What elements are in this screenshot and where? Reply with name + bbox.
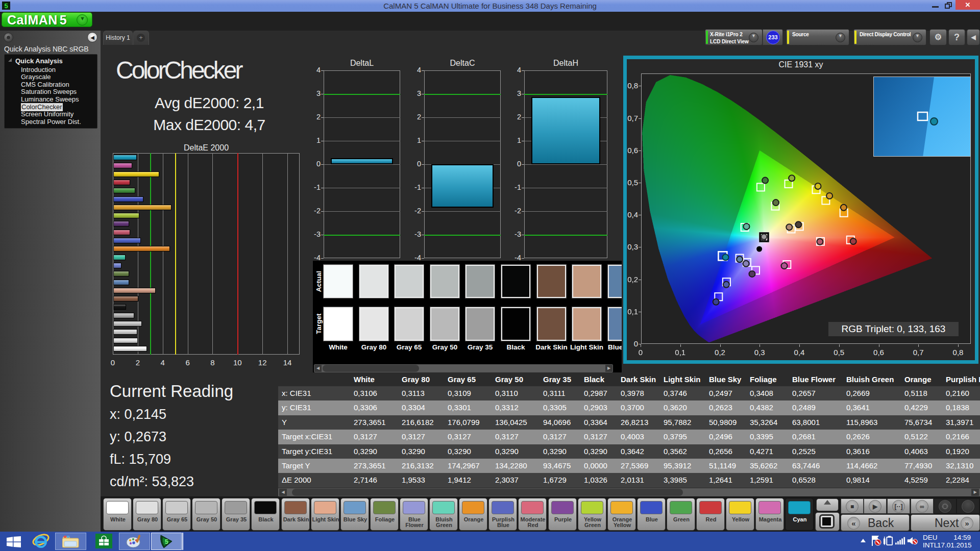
svg-text:5: 5 <box>165 538 168 545</box>
